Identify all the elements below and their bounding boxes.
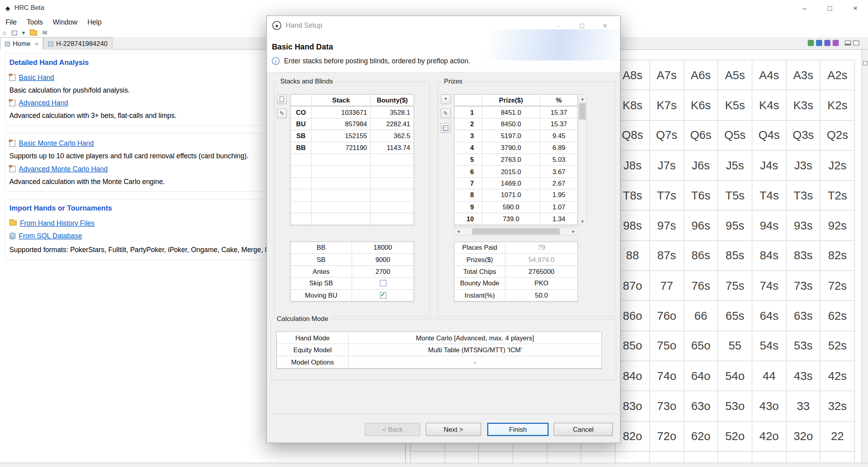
link-advanced-hand[interactable]: Advanced Hand	[19, 99, 68, 107]
hand-cell-97s[interactable]: 97s	[650, 211, 684, 241]
summary-value-total-chips[interactable]: 2765000	[505, 266, 577, 278]
hand-cell-q3s[interactable]: Q3s	[787, 121, 821, 151]
hand-cell-74o[interactable]: 74o	[650, 361, 684, 391]
hand-cell-j3s[interactable]: J3s	[787, 151, 821, 181]
hand-cell-95s[interactable]: 95s	[718, 211, 752, 241]
menu-tools[interactable]: Tools	[26, 18, 43, 26]
stack-value-empty[interactable]	[312, 201, 371, 213]
setting-value-skip-sb[interactable]	[352, 278, 413, 290]
hand-cell-85o[interactable]: 85o	[616, 331, 650, 361]
scroll-left-icon[interactable]: ◄	[454, 228, 462, 235]
tab-close-icon[interactable]: ×	[35, 40, 38, 47]
hand-cell-j4s[interactable]: J4s	[752, 151, 786, 181]
hand-cell-86o[interactable]: 86o	[616, 301, 650, 331]
checkbox-skip-sb[interactable]	[380, 280, 386, 287]
hand-cell-96s[interactable]: 96s	[684, 211, 718, 241]
hand-cell-72s[interactable]: 72s	[821, 271, 855, 301]
prize-pct[interactable]: 2.67	[540, 178, 577, 190]
hand-cell-93s[interactable]: 93s	[787, 211, 821, 241]
new-analysis-icon[interactable]	[11, 30, 17, 36]
hand-cell-52o[interactable]: 52o	[718, 421, 752, 452]
hand-cell-j7s[interactable]: J7s	[650, 151, 684, 181]
hand-cell-a8s[interactable]: A8s	[616, 61, 650, 91]
hand-cell-k7s[interactable]: K7s	[650, 91, 684, 121]
hand-cell-j2s[interactable]: J2s	[821, 151, 855, 181]
bounty-value[interactable]: 3528.1	[371, 106, 414, 118]
hand-cell-t7s[interactable]: T7s	[650, 181, 684, 211]
hand-cell-a7s[interactable]: A7s	[650, 61, 684, 91]
prize-pct[interactable]: 1.07	[540, 201, 577, 213]
view-icon-blue[interactable]	[816, 40, 822, 46]
hand-cell-q2s[interactable]: Q2s	[821, 121, 855, 151]
bounty-value[interactable]: 1143.74	[371, 142, 414, 154]
hand-cell-t4s[interactable]: T4s	[752, 181, 786, 211]
menu-file[interactable]: File	[6, 18, 17, 26]
menu-window[interactable]: Window	[53, 18, 77, 26]
hand-cell-t5s[interactable]: T5s	[718, 181, 752, 211]
hand-cell-t6s[interactable]: T6s	[684, 181, 718, 211]
hand-cell-a2s[interactable]: A2s	[821, 61, 855, 91]
prizes-vertical-scrollbar[interactable]: ▲ ▼	[578, 94, 587, 226]
hand-cell-a5s[interactable]: A5s	[718, 61, 752, 91]
stack-value[interactable]: 721190	[312, 142, 371, 154]
hand-cell-55[interactable]: 55	[718, 331, 752, 361]
hand-cell-43s[interactable]: 43s	[787, 361, 821, 391]
hand-cell-k2s[interactable]: K2s	[821, 91, 855, 121]
hand-cell-73o[interactable]: 73o	[650, 391, 684, 421]
restore-panel-icon[interactable]	[863, 61, 868, 65]
prize-value[interactable]: 1469.0	[482, 178, 540, 190]
paste-stacks-button[interactable]	[277, 94, 287, 104]
stack-value[interactable]: 152155	[312, 130, 371, 142]
edit-prizes-button[interactable]: ✎	[441, 108, 450, 118]
window-minimize-button[interactable]: –	[792, 0, 817, 15]
hand-cell-42o[interactable]: 42o	[752, 421, 786, 452]
prize-pct[interactable]: 9.45	[540, 130, 577, 142]
hand-cell-k6s[interactable]: K6s	[684, 91, 718, 121]
stack-value[interactable]: 857984	[312, 118, 371, 130]
hand-cell-33[interactable]: 33	[787, 391, 821, 421]
hand-cell-82s[interactable]: 82s	[821, 241, 855, 271]
menu-help[interactable]: Help	[87, 18, 102, 26]
summary-value-instant[interactable]: 50.0	[505, 290, 577, 302]
hand-cell-63o[interactable]: 63o	[684, 391, 718, 421]
hand-cell-52s[interactable]: 52s	[821, 331, 855, 361]
hand-cell-75s[interactable]: 75s	[718, 271, 752, 301]
setting-value-bb[interactable]: 18000	[352, 242, 413, 254]
stack-value-empty[interactable]	[312, 190, 371, 201]
edit-stacks-button[interactable]: ✎	[277, 108, 287, 118]
hand-cell-84s[interactable]: 84s	[752, 241, 786, 271]
stack-value[interactable]: 1033671	[312, 106, 371, 118]
toolbar-caret-icon[interactable]: ▾	[22, 30, 25, 36]
hand-cell-62s[interactable]: 62s	[821, 301, 855, 331]
link-from-sql-database[interactable]: From SQL Database	[19, 232, 82, 240]
calc-value-equity-model[interactable]: Multi Table (MTSNG/MTT) 'ICM'	[349, 344, 601, 356]
summary-value-bounty-mode[interactable]: PKO	[505, 278, 577, 290]
tab-home[interactable]: Home×	[0, 37, 43, 50]
dialog-close-button[interactable]: ×	[594, 16, 617, 35]
hand-cell-65o[interactable]: 65o	[684, 331, 718, 361]
calc-value-hand-mode[interactable]: Monte Carlo [Advanced, max. 4 players]	[349, 332, 601, 344]
scroll-up-icon[interactable]: ▲	[579, 95, 586, 103]
restore-view-icon[interactable]	[853, 40, 859, 46]
prize-value[interactable]: 2015.0	[482, 166, 540, 178]
hand-cell-q8s[interactable]: Q8s	[616, 121, 650, 151]
scroll-down-icon[interactable]: ▼	[579, 217, 586, 225]
prize-pct[interactable]: 1.34	[540, 213, 577, 225]
hand-cell-72o[interactable]: 72o	[650, 421, 684, 452]
prize-value[interactable]: 590.0	[482, 201, 540, 213]
prize-value[interactable]: 739.0	[482, 213, 540, 225]
bounty-value-empty[interactable]	[371, 201, 414, 213]
tab-h-228741984240[interactable]: H-228741984240	[43, 37, 113, 50]
hand-cell-98s[interactable]: 98s	[616, 211, 650, 241]
hand-cell-a3s[interactable]: A3s	[787, 61, 821, 91]
prize-pct[interactable]: 15.37	[540, 118, 577, 130]
stack-value-empty[interactable]	[312, 213, 371, 225]
bounty-value-empty[interactable]	[371, 213, 414, 225]
prizes-table-button[interactable]	[441, 123, 450, 133]
prize-value[interactable]: 8450.0	[482, 118, 540, 130]
prize-pct[interactable]: 15.37	[540, 106, 577, 118]
setting-value-antes[interactable]: 2700	[352, 266, 413, 278]
setting-value-sb[interactable]: 9000	[352, 254, 413, 266]
hand-cell-t2s[interactable]: T2s	[821, 181, 855, 211]
view-icon-purple[interactable]	[833, 40, 839, 46]
